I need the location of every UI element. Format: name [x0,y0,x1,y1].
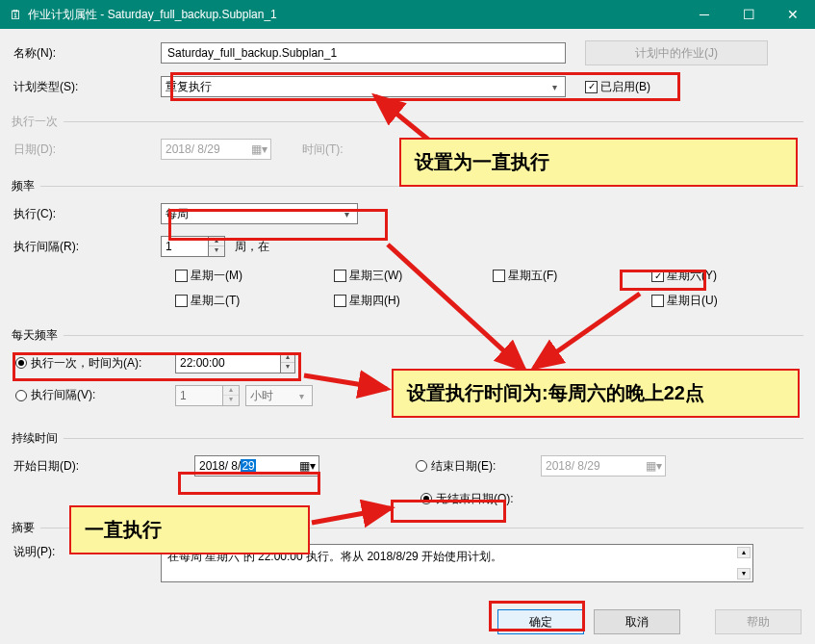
name-input[interactable] [161,42,566,64]
cancel-button[interactable]: 取消 [594,609,680,634]
enabled-label: 已启用(B) [600,79,650,95]
schedule-type-value: 重复执行 [166,79,212,95]
close-button[interactable]: ✕ [771,0,815,29]
calendar-icon: ▦▾ [299,459,316,473]
day-sun-checkbox[interactable]: 星期日(U) [651,293,718,309]
chevron-down-icon: ▾ [547,80,562,93]
dailyfreq-section: 每天频率 [12,328,64,342]
onetime-date-label: 日期(D): [12,142,161,158]
jobs-in-schedule-button: 计划中的作业(J) [585,40,768,65]
end-date-input: 2018/ 8/29 ▦▾ [541,455,666,477]
scroll-up-icon[interactable]: ▴ [737,547,751,558]
minimize-button[interactable]: ─ [682,0,726,29]
start-date-input[interactable]: 2018/ 8/29 ▦▾ [194,455,319,477]
day-mon-checkbox[interactable]: 星期一(M) [175,268,242,284]
annotation-2: 设置执行时间为:每周六的晚上22点 [392,369,800,418]
scroll-down-icon[interactable]: ▾ [737,568,751,580]
occurs-once-radio[interactable]: 执行一次，时间为(A): [15,355,141,372]
calendar-icon: ▦▾ [251,142,267,156]
frequency-section: 频率 [12,179,40,193]
recurs-spinner[interactable]: ▴▾ [161,236,225,257]
schedule-type-dropdown[interactable]: 重复执行 ▾ [161,76,566,97]
occurs-dropdown[interactable]: 每周 ▾ [161,203,358,224]
app-icon: 🗓 [10,8,22,22]
day-thu-checkbox[interactable]: 星期四(H) [334,293,400,309]
occurs-value: 每周 [166,206,189,222]
end-date-radio[interactable]: 结束日期(E): [416,458,541,475]
onetime-time-label: 时间(T): [300,142,362,158]
window-title: 作业计划属性 - Saturday_full_backup.Subplan_1 [28,7,682,23]
duration-section: 持续时间 [12,431,64,445]
ok-button[interactable]: 确定 [497,609,584,634]
annotation-3: 一直执行 [69,505,310,554]
occurs-label: 执行(C): [12,206,161,222]
recurs-value[interactable] [161,236,209,257]
name-label: 名称(N): [12,45,161,62]
summary-section: 摘要 [12,521,40,534]
recurs-unit: 周，在 [235,239,269,255]
no-end-date-radio[interactable]: 无结束日期(O): [420,491,514,507]
onetime-section: 执行一次 [12,115,64,128]
maximize-button[interactable]: ☐ [726,0,771,29]
help-button: 帮助 [715,609,802,634]
day-fri-checkbox[interactable]: 星期五(F) [493,268,557,284]
day-wed-checkbox[interactable]: 星期三(W) [334,268,402,284]
spin-down-icon[interactable]: ▾ [281,363,294,373]
chevron-down-icon: ▾ [339,207,354,220]
occurs-once-time[interactable]: 22:00:00 [175,352,281,374]
day-tue-checkbox[interactable]: 星期二(T) [175,293,240,309]
start-date-label: 开始日期(D): [12,458,194,475]
onetime-date-input: 2018/ 8/29 ▦▾ [161,139,271,160]
occurs-every-radio[interactable]: 执行间隔(V): [15,387,95,403]
annotation-1: 设置为一直执行 [399,138,798,187]
recurs-label: 执行间隔(R): [12,239,161,255]
every-unit-dropdown: 小时 ▾ [245,385,313,406]
every-spinner: ▴▾ [175,385,240,406]
enabled-checkbox[interactable]: ✓ 已启用(B) [585,79,650,95]
day-sat-checkbox[interactable]: ✓星期六(Y) [651,268,717,284]
schedule-type-label: 计划类型(S): [12,79,161,95]
spin-down-icon[interactable]: ▾ [209,246,224,256]
